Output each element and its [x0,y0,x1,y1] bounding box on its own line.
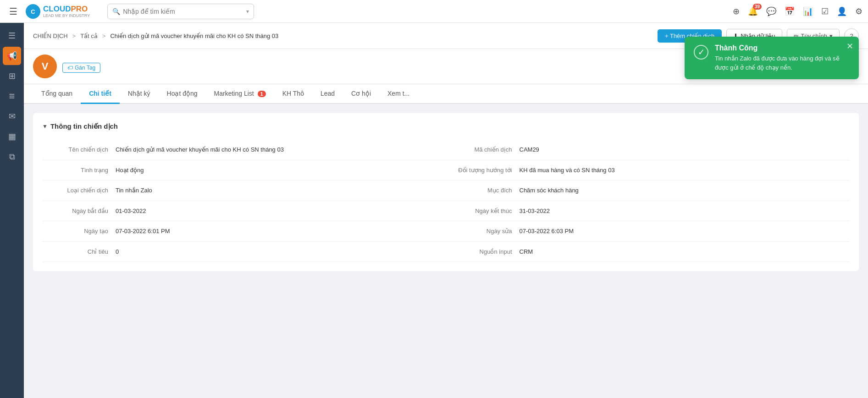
value-nguon-input: CRM [520,247,850,256]
section-title: ▼ Thông tin chiến dịch [42,122,850,131]
calendar-icon[interactable]: 📅 [785,6,795,16]
toast-close-button[interactable]: ✕ [846,41,853,51]
toast-check-icon: ✓ [694,45,708,60]
info-row-ngay-tao: Ngày tạo 07-03-2022 6:01 PM [42,221,446,242]
add-icon[interactable]: ⊕ [733,6,740,16]
info-row-nguon-input: Nguồn input CRM [446,242,850,262]
tab-chi-tiet[interactable]: Chi tiết [81,84,120,104]
avatar: V [33,55,57,78]
tab-lead[interactable]: Lead [312,84,343,104]
value-ma-chien-dich: CAM29 [520,145,850,154]
label-muc-dich: Mục đích [446,186,520,194]
checkbox-icon[interactable]: ☑ [821,6,829,16]
bell-badge: 39 [753,4,762,10]
logo-pro: PRO [71,5,88,13]
sidebar-item-grid[interactable]: ⊞ [3,67,21,85]
sidebar-item-list[interactable]: ≡ [3,87,21,105]
logo-cloud: CLOUD [43,5,71,13]
label-ngay-bat-dau: Ngày bắt đầu [42,207,116,214]
info-row-loai-chien-dich: Loại chiến dịch Tin nhắn Zalo [42,180,446,201]
label-chi-tieu: Chỉ tiêu [42,247,116,255]
toast-content: Thành Công Tin nhắn Zalo đã được đưa vào… [715,44,850,72]
info-row-ngay-sua: Ngày sửa 07-03-2022 6:03 PM [446,221,850,242]
value-ngay-bat-dau: 01-03-2022 [116,207,446,216]
sidebar-item-puzzle[interactable]: ⧉ [3,147,21,166]
label-doi-tuong: Đối tượng hướng tới [446,166,520,174]
section-card: ▼ Thông tin chiến dịch Tên chiến dịch Ch… [33,113,859,271]
value-ngay-ket-thuc: 31-03-2022 [520,207,850,216]
tab-xem-them[interactable]: Xem t... [379,84,418,104]
value-loai-chien-dich: Tin nhắn Zalo [116,186,446,195]
tabs-bar: Tổng quan Chi tiết Nhật ký Hoạt động Mar… [24,84,868,104]
top-nav: ☰ C CLOUDPRO LEAD ME BY INDUSTRY 🔍 ▾ ⊕ 🔔… [0,0,868,23]
tab-nhat-ky[interactable]: Nhật ký [120,84,159,104]
label-ten-chien-dich: Tên chiến dịch [42,145,116,153]
nav-icons: ⊕ 🔔39 💬 📅 📊 ☑ 👤 ⚙ [733,6,862,16]
value-ten-chien-dich: Chiến dịch gửi mã voucher khuyến mãi cho… [116,145,446,154]
tab-marketing-list[interactable]: Marketing List 1 [206,84,274,104]
search-input[interactable] [123,8,246,15]
settings-icon[interactable]: ⚙ [855,6,862,16]
info-row-chi-tieu: Chỉ tiêu 0 [42,242,446,262]
bell-icon[interactable]: 🔔39 [748,6,758,16]
success-toast: ✓ Thành Công Tin nhắn Zalo đã được đưa v… [685,37,859,79]
section-title-text: Thông tin chiến dịch [50,122,118,131]
breadcrumb-root[interactable]: CHIẾN DỊCH [33,33,68,39]
tab-tong-quan[interactable]: Tổng quan [33,84,81,104]
info-column-right: Mã chiến dịch CAM29 Đối tượng hướng tới … [446,140,850,262]
logo-tagline: LEAD ME BY INDUSTRY [43,14,90,18]
label-tinh-trang: Tình trạng [42,166,116,174]
logo: C CLOUDPRO LEAD ME BY INDUSTRY [25,3,90,20]
content-area: ▼ Thông tin chiến dịch Tên chiến dịch Ch… [24,104,868,398]
breadcrumb-level1[interactable]: Tất cả [80,33,98,39]
sidebar: ☰ 📢 ⊞ ≡ ✉ ▦ ⧉ [0,23,24,398]
info-row-ngay-ket-thuc: Ngày kết thúc 31-03-2022 [446,201,850,222]
info-row-doi-tuong: Đối tượng hướng tới KH đã mua hàng và có… [446,160,850,181]
search-icon: 🔍 [112,8,120,15]
chart-icon[interactable]: 📊 [803,6,813,16]
chat-icon[interactable]: 💬 [766,6,776,16]
sidebar-item-table[interactable]: ▦ [3,127,21,146]
tag-button[interactable]: 🏷 Gán Tag [62,63,100,73]
tab-kh-tho[interactable]: KH Thô [274,84,312,104]
marketing-list-badge: 1 [258,91,266,97]
breadcrumb-sep1: > [72,33,76,39]
value-chi-tieu: 0 [116,247,446,256]
logo-icon: C [25,3,41,20]
toast-title: Thành Công [715,44,850,52]
svg-text:C: C [31,8,35,15]
tag-label: Gán Tag [75,65,95,71]
label-ma-chien-dich: Mã chiến dịch [446,145,520,153]
info-row-muc-dich: Mục đích Chăm sóc khách hàng [446,180,850,201]
hamburger-icon[interactable]: ☰ [6,4,21,19]
tab-hoat-dong[interactable]: Hoạt động [159,84,206,104]
info-row-ten-chien-dich: Tên chiến dịch Chiến dịch gửi mã voucher… [42,140,446,160]
value-doi-tuong: KH đã mua hàng và có SN tháng 03 [520,166,850,175]
label-loai-chien-dich: Loại chiến dịch [42,186,116,194]
user-icon[interactable]: 👤 [837,6,847,16]
toast-message: Tin nhắn Zalo đã được đưa vào hàng đợi v… [715,54,850,72]
search-bar[interactable]: 🔍 ▾ [107,4,254,19]
label-ngay-sua: Ngày sửa [446,227,520,234]
section-arrow-icon: ▼ [42,123,48,130]
tab-co-hoi[interactable]: Cơ hội [343,84,379,104]
breadcrumb-current: Chiến dịch gửi mã voucher khuyến mãi cho… [110,33,278,39]
value-tinh-trang: Hoạt động [116,166,446,175]
chevron-down-icon: ▾ [246,8,249,15]
value-ngay-sua: 07-03-2022 6:03 PM [520,227,850,236]
info-row-ma-chien-dich: Mã chiến dịch CAM29 [446,140,850,160]
tag-icon: 🏷 [67,65,73,71]
info-row-ngay-bat-dau: Ngày bắt đầu 01-03-2022 [42,201,446,222]
label-nguon-input: Nguồn input [446,247,520,255]
value-ngay-tao: 07-03-2022 6:01 PM [116,227,446,236]
sidebar-item-envelope[interactable]: ✉ [3,107,21,125]
breadcrumb-sep2: > [102,33,106,39]
info-column-left: Tên chiến dịch Chiến dịch gửi mã voucher… [42,140,446,262]
label-ngay-ket-thuc: Ngày kết thúc [446,207,520,214]
info-grid: Tên chiến dịch Chiến dịch gửi mã voucher… [42,140,850,262]
sidebar-item-megaphone[interactable]: 📢 [3,47,21,65]
label-ngay-tao: Ngày tạo [42,227,116,234]
info-row-tinh-trang: Tình trạng Hoạt động [42,160,446,181]
sidebar-item-menu[interactable]: ☰ [3,27,21,45]
value-muc-dich: Chăm sóc khách hàng [520,186,850,195]
